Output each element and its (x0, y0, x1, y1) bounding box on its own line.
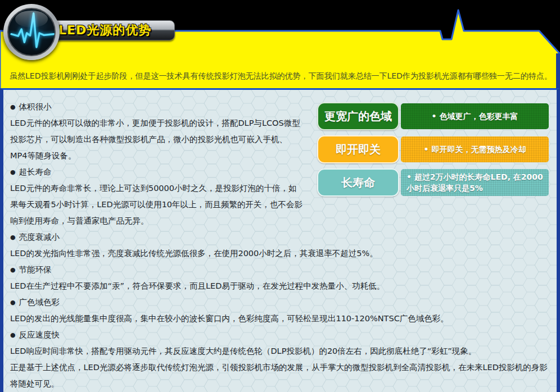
article-page: LED光源的优势 虽然LED投影机刚刚处于起步阶段，但是这一技术具有传统投影灯泡… (0, 0, 560, 392)
bullet-icon: ● (10, 168, 16, 176)
section-heading: ●广色域色彩 (10, 294, 549, 311)
article-body: 更宽广的色域 • 色域更广，色彩更丰富 即开即关 • 即开即关，无需预热及冷却 … (0, 88, 560, 392)
bullet-icon: ● (10, 103, 16, 111)
section-heading: ●亮度衰减小 (10, 229, 549, 245)
gloss-highlight (15, 11, 47, 28)
highlight-box-color-gamut: 更宽广的色域 • 色域更广，色彩更丰富 (317, 102, 549, 130)
conclusion-text: 正是基于上述优点，LED光源必将逐步取代传统灯泡光源，引领投影机市场的发展，从手… (10, 359, 549, 392)
section-body: LED响应时间非常快，搭配专用驱动元件，其反应速度大约是传统色轮（DLP投影机）… (10, 343, 549, 359)
section-heading-text: 亮度衰减小 (19, 233, 60, 241)
box-label-instant-on: 即开即关 (317, 135, 399, 163)
box-panel-long-life: • 超过2万小时的长寿命LED, 在2000小时后衰退率只是5% (401, 169, 549, 196)
box-label-long-life: 长寿命 (317, 168, 399, 197)
text-flow: 更宽广的色域 • 色域更广，色彩更丰富 即开即关 • 即开即关，无需预热及冷却 … (10, 99, 549, 392)
section-body: LED的发光指向性非常强，亮度衰减比传统光源低很多，在使用2000小时之后，其衰… (10, 245, 549, 262)
highlight-box-long-life: 长寿命 • 超过2万小时的长寿命LED, 在2000小时后衰退率只是5% (317, 168, 549, 197)
intro-text: 虽然LED投影机刚刚处于起步阶段，但是这一技术具有传统投影灯泡无法比拟的优势，下… (10, 70, 553, 81)
right-border-strip (556, 53, 560, 88)
page-header: LED光源的优势 虽然LED投影机刚刚处于起步阶段，但是这一技术具有传统投影灯泡… (0, 0, 560, 88)
section-heading-text: 节能环保 (19, 265, 52, 274)
highlight-box-instant-on: 即开即关 • 即开即关，无需预热及冷却 (317, 135, 549, 163)
section-heading: ●节能环保 (10, 262, 549, 278)
section-body: LED的发出的光线能量集中度很高，集中在较小的波长窗口内，色彩纯度高，可轻松呈现… (10, 311, 549, 327)
bullet-icon: ● (10, 234, 16, 241)
bullet-icon: ● (10, 331, 16, 339)
section-body: LED在生产过程中不要添加“汞”，符合环保要求，而且LED易于驱动，在发光过程中… (10, 278, 549, 294)
bullet-icon: ● (10, 266, 16, 274)
box-panel-instant-on: • 即开即关，无需预热及冷却 (401, 136, 549, 162)
section-heading-text: 反应速度快 (19, 330, 60, 339)
bullet-icon: ● (10, 299, 16, 306)
section-heading: ●反应速度快 (10, 327, 549, 343)
pulse-icon-face (7, 8, 56, 56)
title-banner: LED光源的优势 (49, 20, 175, 40)
section-heading-text: 广色域色彩 (19, 298, 60, 307)
box-label-color-gamut: 更宽广的色域 (317, 102, 399, 130)
highlight-boxes: 更宽广的色域 • 色域更广，色彩更丰富 即开即关 • 即开即关，无需预热及冷却 … (317, 102, 549, 197)
box-panel-color-gamut: • 色域更广，色彩更丰富 (401, 103, 549, 129)
section-heading-text: 体积很小 (19, 102, 52, 111)
page-title: LED光源的优势 (58, 22, 151, 39)
pulse-icon (3, 4, 60, 60)
section-heading-text: 超长寿命 (19, 167, 52, 176)
